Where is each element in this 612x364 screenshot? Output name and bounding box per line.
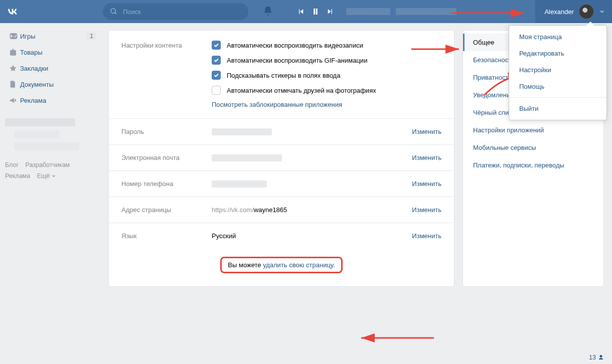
megaphone-icon [9,96,20,104]
pause-icon[interactable] [311,7,320,16]
sidebar-item-label: Игры [20,33,36,40]
email-blur [212,154,282,161]
username: Alexander [544,8,574,16]
delete-page-link[interactable]: удалить свою страницу. [263,261,335,269]
bag-icon [9,48,20,56]
footer-devs[interactable]: Разработчикам [26,161,70,168]
sidebar-item-docs[interactable]: Документы [5,76,100,92]
vk-logo[interactable] [5,4,20,19]
audio-player [297,7,456,16]
sidebar-badge: 1 [87,32,96,40]
change-link[interactable]: Изменить [412,128,441,135]
delete-row: Вы можете удалить свою страницу. [109,249,454,273]
star-icon [9,64,20,72]
option-autoplay-video[interactable]: Автоматически воспроизводить видеозаписи [212,41,441,50]
search-input[interactable]: Поиск [103,3,248,20]
sidebar-item-label: Реклама [20,97,46,104]
row-phone: Номер телефона Изменить [109,170,454,197]
settings-panel: Настройки контента Автоматически воспрои… [108,30,454,287]
change-link[interactable]: Изменить [412,154,441,161]
checkbox-on-icon [212,71,221,80]
change-link[interactable]: Изменить [412,232,441,240]
search-placeholder: Поиск [123,8,141,16]
phone-blur [212,180,267,188]
svg-point-0 [111,9,115,13]
chevron-down-icon [51,173,56,178]
option-autoplay-gif[interactable]: Автоматически воспроизводить GIF-анимаци… [212,56,441,65]
rn-mobile[interactable]: Мобильные сервисы [463,139,603,156]
profile-menu-toggle[interactable]: Alexander [535,0,612,23]
change-link[interactable]: Изменить [412,180,441,188]
chevron-down-icon [599,9,605,15]
blocked-apps-link[interactable]: Посмотреть заблокированные приложения [212,101,441,108]
sidebar-item-label: Документы [20,81,54,88]
next-track-icon[interactable] [326,8,334,16]
header-bar: Поиск Alexander [0,0,612,23]
row-label: Пароль [121,128,212,135]
prev-track-icon[interactable] [297,8,305,16]
annotation-arrow [356,333,436,344]
checkbox-on-icon [212,56,221,65]
option-label: Автоматически воспроизводить GIF-анимаци… [227,57,367,64]
delete-highlight: Вы можете удалить свою страницу. [220,257,342,273]
sidebar-footer: Блог Разработчикам Реклама Ещё [5,159,100,181]
avatar [579,4,594,19]
vk-logo-icon [6,5,20,19]
sidebar-item-bookmarks[interactable]: Закладки [5,60,100,76]
checkbox-off-icon [212,86,221,95]
bottom-counter[interactable]: 13 [589,354,604,361]
row-lang: Язык Русский Изменить [109,223,454,249]
footer-ads[interactable]: Реклама [5,172,30,179]
sidebar-item-label: Закладки [20,65,48,72]
url-prefix: https://vk.com/ [212,206,254,214]
option-label: Автоматически отмечать друзей на фотогра… [227,87,376,94]
option-label: Автоматически воспроизводить видеозаписи [227,42,363,49]
sidebar-item-games[interactable]: Игры 1 [5,28,100,44]
search-icon [110,8,118,16]
change-link[interactable]: Изменить [412,206,441,214]
rn-payments[interactable]: Платежи, подписки, переводы [463,156,603,174]
dropdown-separator [509,97,606,98]
notifications-icon[interactable] [262,6,274,18]
content-settings-label: Настройки контента [121,41,212,108]
rn-apps[interactable]: Настройки приложений [463,121,603,139]
row-label: Номер телефона [121,180,212,188]
url-value: wayne1865 [254,206,287,214]
gamepad-icon [9,32,20,41]
left-sidebar: Игры 1 Товары Закладки Документы Реклама… [5,23,100,287]
row-password: Пароль Изменить [109,118,454,144]
sidebar-item-label: Товары [20,49,43,56]
row-label: Язык [121,232,212,240]
checkbox-on-icon [212,41,221,50]
row-label: Адрес страницы [121,206,212,214]
option-autotag-friends[interactable]: Автоматически отмечать друзей на фотогра… [212,86,441,95]
dropdown-settings[interactable]: Настройки [509,62,606,78]
row-url: Адрес страницы https://vk.com/wayne1865 … [109,197,454,223]
footer-more[interactable]: Ещё [37,170,57,181]
profile-dropdown: Моя страница Редактировать Настройки Пом… [509,25,607,120]
track-info-blur [346,8,456,15]
row-label: Электронная почта [121,154,212,161]
footer-blog[interactable]: Блог [5,161,19,168]
sidebar-blur [5,118,100,150]
person-icon [598,354,604,360]
dropdown-edit[interactable]: Редактировать [509,45,606,62]
option-label: Подсказывать стикеры в полях ввода [227,72,340,79]
lang-value: Русский [212,232,412,240]
sidebar-item-goods[interactable]: Товары [5,44,100,60]
password-blur [212,128,272,135]
doc-icon [9,80,20,88]
dropdown-help[interactable]: Помощь [509,78,606,95]
sidebar-item-ads[interactable]: Реклама [5,92,100,108]
dropdown-my-page[interactable]: Моя страница [509,29,606,45]
option-suggest-stickers[interactable]: Подсказывать стикеры в полях ввода [212,71,441,80]
dropdown-exit[interactable]: Выйти [509,100,606,117]
delete-prefix: Вы можете [228,261,263,269]
row-email: Электронная почта Изменить [109,144,454,170]
